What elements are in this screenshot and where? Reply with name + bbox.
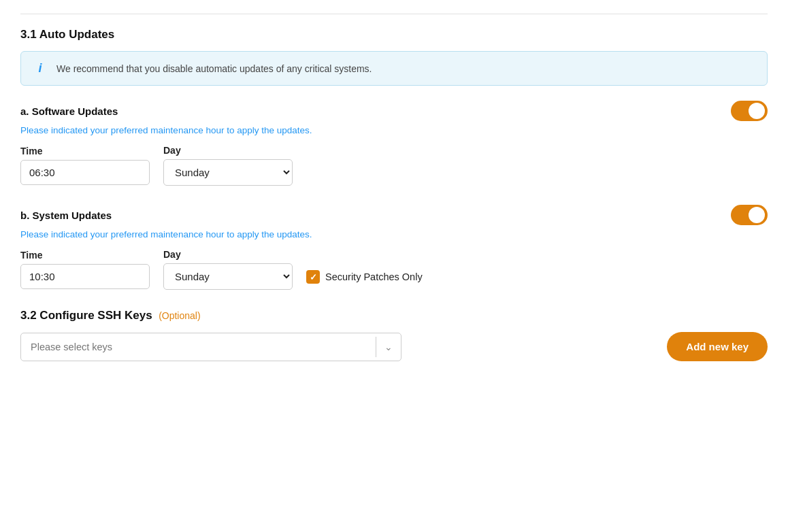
select-keys-wrapper[interactable]: ⌄ xyxy=(20,333,401,361)
auto-updates-title: 3.1 Auto Updates xyxy=(20,28,768,41)
system-time-group: Time xyxy=(20,250,150,289)
info-banner: i We recommend that you disable automati… xyxy=(20,51,768,86)
system-day-select[interactable]: Sunday Monday Tuesday Wednesday Thursday… xyxy=(163,263,293,290)
software-day-select[interactable]: Sunday Monday Tuesday Wednesday Thursday… xyxy=(163,159,293,186)
software-time-group: Time xyxy=(20,146,150,185)
security-patches-group: ✓ Security Patches Only xyxy=(306,270,423,284)
ssh-keys-section: 3.2 Configure SSH Keys (Optional) ⌄ Add … xyxy=(20,309,768,361)
auto-updates-section: 3.1 Auto Updates i We recommend that you… xyxy=(20,28,768,290)
system-time-input[interactable] xyxy=(20,264,150,289)
software-updates-toggle-slider xyxy=(731,101,768,121)
security-patches-checkbox[interactable]: ✓ xyxy=(306,270,320,284)
system-updates-header: b. System Updates xyxy=(20,205,768,225)
software-day-group: Day Sunday Monday Tuesday Wednesday Thur… xyxy=(163,145,293,186)
software-updates-fields: Time Day Sunday Monday Tuesday Wednesday… xyxy=(20,145,768,186)
ssh-keys-row: ⌄ Add new key xyxy=(20,332,768,361)
software-updates-subsection: a. Software Updates Please indicated you… xyxy=(20,101,768,186)
system-updates-toggle[interactable] xyxy=(731,205,768,225)
select-keys-input[interactable] xyxy=(21,333,376,361)
info-icon: i xyxy=(33,61,47,76)
ssh-keys-optional: (Optional) xyxy=(159,310,200,321)
system-updates-label: b. System Updates xyxy=(20,210,112,221)
info-banner-text: We recommend that you disable automatic … xyxy=(56,63,372,74)
top-divider xyxy=(20,14,768,14)
security-patches-label: Security Patches Only xyxy=(325,271,423,282)
software-day-label: Day xyxy=(163,145,293,156)
software-updates-label: a. Software Updates xyxy=(20,105,118,117)
software-updates-hint: Please indicated your preferred maintena… xyxy=(20,125,768,135)
system-time-label: Time xyxy=(20,250,150,261)
software-time-label: Time xyxy=(20,146,150,156)
system-day-label: Day xyxy=(163,249,293,260)
system-updates-hint: Please indicated your preferred maintena… xyxy=(20,229,768,239)
system-updates-fields: Time Day Sunday Monday Tuesday Wednesday… xyxy=(20,249,768,290)
ssh-keys-title: 3.2 Configure SSH Keys (Optional) xyxy=(20,309,768,322)
software-updates-toggle[interactable] xyxy=(731,101,768,121)
add-new-key-button[interactable]: Add new key xyxy=(667,332,768,361)
software-time-input[interactable] xyxy=(20,160,150,185)
checkmark-icon: ✓ xyxy=(310,272,317,282)
chevron-down-icon[interactable]: ⌄ xyxy=(376,342,401,352)
system-day-group: Day Sunday Monday Tuesday Wednesday Thur… xyxy=(163,249,293,290)
system-updates-subsection: b. System Updates Please indicated your … xyxy=(20,205,768,290)
software-updates-header: a. Software Updates xyxy=(20,101,768,121)
system-updates-toggle-slider xyxy=(731,205,768,225)
